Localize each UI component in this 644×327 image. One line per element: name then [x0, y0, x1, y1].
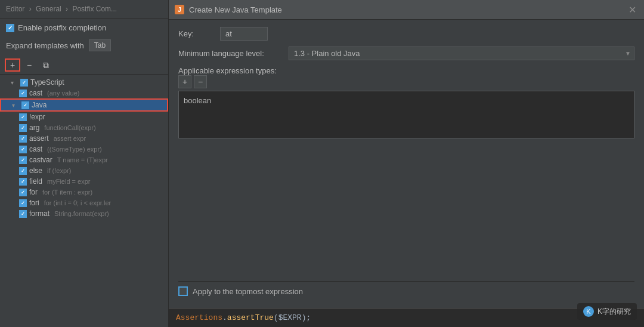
typescript-cast-sub: (any value) [47, 90, 79, 97]
typescript-cast-label: cast [29, 89, 42, 97]
java-expr-label: !expr [29, 113, 45, 121]
apply-checkbox[interactable] [178, 286, 188, 296]
dialog-panel: J Create New Java Template ✕ Key: Minimu… [169, 0, 644, 327]
chevron-icon: ▾ [11, 79, 18, 86]
min-lang-label: Minimum language level: [178, 49, 283, 58]
apply-row: Apply to the topmost expression [178, 281, 634, 301]
tab-key-button[interactable]: Tab [89, 39, 111, 51]
typescript-cast-checkbox[interactable] [19, 90, 27, 97]
tree-item-typescript-cast[interactable]: cast (any value) [0, 88, 168, 98]
tree-item-java-arg[interactable]: arg functionCall(expr) [0, 122, 168, 133]
key-input[interactable] [220, 27, 268, 41]
code-area: Assertions.assertTrue($EXPR); [169, 308, 644, 327]
copy-template-button[interactable]: ⧉ [38, 58, 54, 72]
tree-toolbar: + − ⧉ [0, 56, 168, 75]
tree-item-java-else[interactable]: else if (!expr) [0, 165, 168, 176]
expr-list: boolean [178, 91, 634, 138]
min-lang-select-wrapper: 1.3 - Plain old Java 1.4 5 6 7 8 ▼ [289, 47, 634, 60]
tree-item-java-format[interactable]: format String.format(expr) [0, 208, 168, 219]
java-label: Java [32, 101, 47, 109]
enable-checkbox[interactable] [6, 24, 14, 32]
java-format-checkbox[interactable] [19, 210, 27, 218]
java-for-checkbox[interactable] [19, 189, 27, 196]
java-fori-checkbox[interactable] [19, 199, 27, 207]
java-field-sub: myField = expr [47, 178, 90, 185]
java-cast-sub: ((SomeType) expr) [47, 146, 102, 153]
dialog-title: Create New Java Template [189, 5, 621, 14]
tree-item-java-expr[interactable]: !expr [0, 112, 168, 122]
tree-item-java-fori[interactable]: fori for (int i = 0; i < expr.ler [0, 198, 168, 208]
java-arg-label: arg [29, 124, 39, 132]
java-else-label: else [29, 166, 42, 175]
expand-row: Expand templates with Tab [0, 37, 168, 56]
tree-item-java-assert[interactable]: assert assert expr [0, 133, 168, 144]
key-label: Key: [178, 29, 214, 38]
enable-label: Enable postfix completion [18, 23, 106, 32]
dialog-body: Key: Minimum language level: 1.3 - Plain… [169, 20, 644, 308]
java-expr-checkbox[interactable] [19, 113, 27, 121]
java-assert-checkbox[interactable] [19, 135, 27, 143]
java-assert-sub: assert expr [54, 135, 86, 142]
min-lang-row: Minimum language level: 1.3 - Plain old … [178, 47, 634, 60]
tree-item-java-field[interactable]: field myField = expr [0, 176, 168, 187]
java-field-label: field [29, 177, 42, 186]
java-chevron-icon: ▾ [12, 102, 19, 109]
typescript-label: TypeScript [30, 78, 64, 87]
java-castvar-sub: T name = (T)expr [57, 156, 108, 164]
java-else-checkbox[interactable] [19, 167, 27, 175]
java-checkbox[interactable] [21, 101, 29, 109]
breadcrumb: Editor › General › Postfix Com... [0, 0, 168, 18]
tree-item-java-cast[interactable]: cast ((SomeType) expr) [0, 144, 168, 155]
tree-item-java-castvar[interactable]: castvar T name = (T)expr [0, 155, 168, 165]
java-format-sub: String.format(expr) [54, 210, 109, 217]
left-panel: Editor › General › Postfix Com... Enable… [0, 0, 169, 327]
java-castvar-checkbox[interactable] [19, 156, 27, 164]
tree-item-java[interactable]: ▾ Java [0, 98, 168, 112]
watermark-text: K字的研究 [597, 307, 631, 317]
tree-item-typescript[interactable]: ▾ TypeScript [0, 77, 168, 88]
expr-item-boolean: boolean [184, 95, 629, 106]
java-fori-label: fori [29, 199, 39, 207]
java-cast-label: cast [29, 145, 42, 153]
java-for-sub: for (T item : expr) [42, 189, 92, 196]
typescript-checkbox[interactable] [20, 79, 28, 87]
java-assert-label: assert [29, 134, 49, 143]
expand-label: Expand templates with [6, 41, 84, 50]
java-format-label: format [29, 209, 49, 218]
dialog-app-icon: J [175, 5, 184, 14]
java-for-label: for [29, 188, 38, 196]
applicable-label: Applicable expression types: [178, 64, 277, 76]
java-else-sub: if (!expr) [47, 167, 71, 174]
code-class-name: Assertions [176, 313, 222, 322]
java-fori-sub: for (int i = 0; i < expr.ler [44, 199, 112, 206]
expr-toolbar: + − [178, 75, 634, 88]
code-method-name: assertTrue [227, 313, 274, 322]
watermark-icon: K [583, 306, 594, 317]
dialog-titlebar: J Create New Java Template ✕ [169, 0, 644, 20]
expr-add-button[interactable]: + [178, 75, 191, 88]
java-arg-checkbox[interactable] [19, 124, 27, 132]
applicable-section: Applicable expression types: + − boolean [178, 66, 634, 138]
expr-remove-button[interactable]: − [194, 75, 207, 88]
add-template-button[interactable]: + [5, 58, 20, 72]
key-row: Key: [178, 27, 634, 41]
enable-row: Enable postfix completion [0, 18, 168, 37]
code-param: $EXPR [278, 313, 302, 322]
java-castvar-label: castvar [29, 156, 52, 164]
min-lang-select[interactable]: 1.3 - Plain old Java 1.4 5 6 7 8 [289, 47, 634, 60]
watermark: K K字的研究 [577, 303, 637, 320]
tree-item-java-for[interactable]: for for (T item : expr) [0, 187, 168, 198]
java-arg-sub: functionCall(expr) [44, 124, 95, 131]
remove-template-button[interactable]: − [21, 58, 37, 72]
template-tree[interactable]: ▾ TypeScript cast (any value) ▾ Java !ex… [0, 75, 168, 327]
java-cast-checkbox[interactable] [19, 146, 27, 153]
java-field-checkbox[interactable] [19, 178, 27, 186]
close-button[interactable]: ✕ [626, 4, 638, 16]
spacer [178, 144, 634, 275]
apply-label: Apply to the topmost expression [193, 287, 303, 296]
